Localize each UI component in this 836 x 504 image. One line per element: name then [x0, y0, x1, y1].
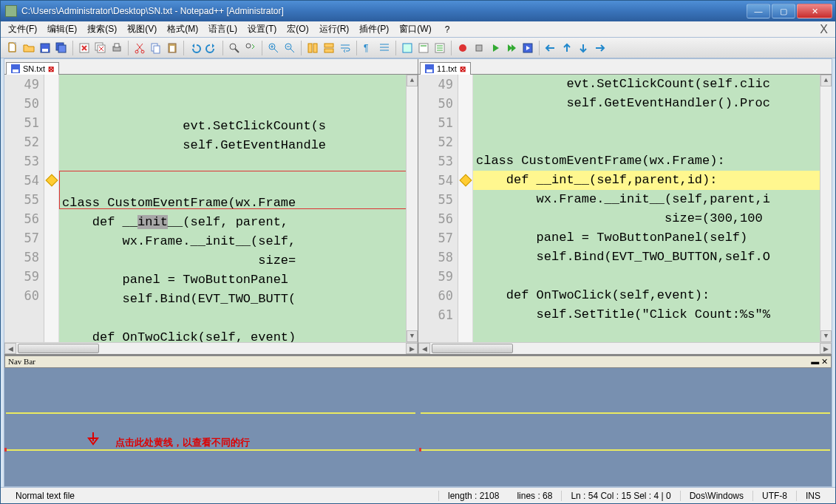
zoom-out-icon[interactable] — [282, 41, 297, 55]
menu-help[interactable]: ? — [441, 23, 455, 36]
nav-diff-marker[interactable] — [6, 412, 415, 414]
vertical-scrollbar[interactable]: ▲▼ — [820, 75, 832, 342]
record-macro-icon[interactable] — [455, 41, 470, 55]
nav-diff-marker[interactable] — [421, 449, 830, 451]
open-file-icon[interactable] — [21, 41, 36, 55]
menu-bar: 文件(F) 编辑(E) 搜索(S) 视图(V) 格式(M) 语言(L) 设置(T… — [1, 21, 835, 38]
tab-close-icon[interactable]: ⊠ — [460, 65, 466, 73]
status-position: Ln : 54 Col : 15 Sel : 4 | 0 — [561, 491, 679, 501]
file-saved-icon — [11, 64, 20, 73]
menu-view[interactable]: 视图(V) — [123, 21, 161, 37]
svg-rect-9 — [115, 44, 119, 47]
save-all-icon[interactable] — [54, 41, 69, 55]
zoom-in-icon[interactable] — [266, 41, 281, 55]
code-lines[interactable]: evt.SetClickCount(self.clic self.GetEven… — [473, 75, 820, 342]
menu-search[interactable]: 搜索(S) — [83, 21, 121, 37]
menu-run[interactable]: 运行(R) — [315, 21, 354, 37]
marker-margin — [44, 75, 59, 342]
editor-pane-left: SN.txt ⊠ 495051525354555657585960 evt.Se… — [4, 59, 418, 354]
redo-icon[interactable] — [204, 41, 219, 55]
undo-icon[interactable] — [188, 41, 203, 55]
menu-window[interactable]: 窗口(W) — [395, 21, 435, 37]
tab-strip-right: 11.txt ⊠ — [418, 59, 832, 75]
svg-point-16 — [230, 44, 236, 50]
horizontal-scrollbar[interactable]: ◀▶ — [4, 342, 418, 354]
nav-bar-close-icon[interactable]: ▬ ✕ — [811, 357, 828, 367]
horizontal-scrollbar[interactable]: ◀▶ — [418, 342, 832, 354]
svg-rect-27 — [421, 45, 427, 47]
new-file-icon[interactable] — [5, 41, 20, 55]
tab-strip-left: SN.txt ⊠ — [4, 59, 418, 75]
svg-rect-13 — [154, 46, 160, 53]
vertical-scrollbar[interactable]: ▲▼ — [406, 75, 418, 342]
menu-settings[interactable]: 设置(T) — [243, 21, 281, 37]
svg-rect-15 — [170, 46, 174, 52]
find-icon[interactable] — [227, 41, 242, 55]
nav-pane-right[interactable] — [419, 368, 832, 486]
stop-macro-icon[interactable] — [472, 41, 486, 55]
line-number-gutter: 495051525354555657585960 — [4, 75, 44, 342]
copy-icon[interactable] — [149, 41, 163, 55]
maximize-button[interactable]: ▢ — [772, 4, 795, 18]
sync-h-icon[interactable] — [322, 41, 336, 55]
tab-11-txt[interactable]: 11.txt ⊠ — [420, 62, 471, 75]
tab-close-icon[interactable]: ⊠ — [48, 65, 54, 73]
line-number-gutter: 49505152535455565758596061 — [418, 75, 458, 342]
function-list-icon[interactable] — [432, 41, 447, 55]
print-icon[interactable] — [109, 41, 124, 55]
tab-sn-txt[interactable]: SN.txt ⊠ — [6, 62, 59, 75]
menu-file[interactable]: 文件(F) — [4, 21, 41, 37]
menu-language[interactable]: 语言(L) — [204, 21, 242, 37]
save-icon[interactable] — [38, 41, 52, 55]
replace-icon[interactable] — [243, 41, 258, 55]
window-title: C:\Users\Administrator\Desktop\SN.txt - … — [21, 6, 745, 16]
close-file-icon[interactable] — [77, 41, 92, 55]
play-multi-icon[interactable] — [504, 41, 519, 55]
nav-diff-marker[interactable] — [421, 412, 830, 414]
marker-margin — [458, 75, 473, 342]
doc-map-icon[interactable] — [416, 41, 431, 55]
sync-v-icon[interactable] — [305, 41, 320, 55]
save-macro-icon[interactable] — [520, 41, 535, 55]
nav-cursor-marker — [4, 448, 7, 452]
svg-point-29 — [459, 44, 466, 52]
compare-down-icon[interactable] — [576, 41, 591, 55]
nav-bar-title: Nav Bar — [8, 357, 35, 367]
code-editor-left[interactable]: 495051525354555657585960 evt.SetClickCou… — [4, 75, 418, 342]
indent-guide-icon[interactable] — [377, 41, 392, 55]
app-icon — [5, 5, 17, 17]
close-all-icon[interactable] — [93, 41, 108, 55]
arrow-annotation-icon — [86, 431, 106, 452]
status-bar: Normal text file length : 2108 lines : 6… — [1, 487, 835, 503]
menu-edit[interactable]: 编辑(E) — [43, 21, 81, 37]
user-lang-icon[interactable] — [400, 41, 415, 55]
close-button[interactable]: ✕ — [797, 4, 832, 18]
editor-pane-right: 11.txt ⊠ 49505152535455565758596061 evt.… — [418, 59, 832, 354]
nav-diff-marker[interactable] — [6, 449, 415, 451]
svg-rect-25 — [403, 44, 412, 52]
tab-label: 11.txt — [437, 64, 457, 73]
paste-icon[interactable] — [165, 41, 180, 55]
svg-rect-30 — [476, 45, 482, 51]
title-bar: C:\Users\Administrator\Desktop\SN.txt - … — [1, 1, 835, 21]
play-macro-icon[interactable] — [488, 41, 503, 55]
svg-text:¶: ¶ — [364, 43, 368, 53]
status-insert-mode: INS — [796, 491, 829, 501]
file-saved-icon — [425, 64, 434, 73]
nav-pane-left[interactable]: 点击此处黄线，以查看不同的行 — [4, 368, 419, 486]
menu-plugins[interactable]: 插件(P) — [355, 21, 393, 37]
svg-rect-33 — [13, 69, 18, 72]
menu-macro[interactable]: 宏(O) — [282, 21, 313, 37]
cut-icon[interactable] — [132, 41, 147, 55]
menu-close-x[interactable]: X — [815, 23, 832, 36]
code-editor-right[interactable]: 49505152535455565758596061 evt.SetClickC… — [418, 75, 832, 342]
compare-up-icon[interactable] — [560, 41, 574, 55]
svg-rect-22 — [324, 44, 333, 47]
compare-prev-icon[interactable] — [543, 41, 558, 55]
menu-format[interactable]: 格式(M) — [163, 21, 203, 37]
compare-next-icon[interactable] — [592, 41, 607, 55]
minimize-button[interactable]: — — [747, 4, 770, 18]
show-all-chars-icon[interactable]: ¶ — [361, 41, 375, 55]
code-lines[interactable]: evt.SetClickCount(s self.GetEventHandlec… — [59, 75, 406, 342]
wrap-icon[interactable] — [338, 41, 353, 55]
